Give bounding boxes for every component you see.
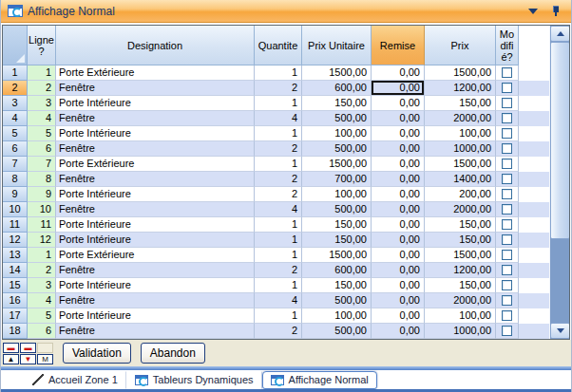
cell-ligne[interactable]: 6 [28, 324, 56, 339]
cell-remise[interactable]: 0,00 [372, 141, 425, 157]
cell-prix[interactable]: 200,00 [425, 187, 496, 202]
cell-designation[interactable]: Fenêtre [56, 141, 255, 157]
row-header[interactable]: 15 [3, 278, 28, 293]
cell-remise[interactable]: 0,00 [372, 217, 425, 233]
modifie-checkbox[interactable] [502, 204, 512, 215]
modifie-checkbox[interactable] [502, 98, 512, 108]
modifie-checkbox[interactable] [502, 295, 512, 306]
row-header[interactable]: 7 [3, 157, 28, 172]
row-header[interactable]: 9 [3, 187, 28, 202]
modifie-checkbox[interactable] [502, 280, 512, 290]
table-delete-row-button[interactable]: ▼ [20, 354, 36, 364]
table-row[interactable]: 18 6 Fenêtre 2 500,00 0,00 1000,00 [3, 324, 569, 339]
row-header[interactable]: 11 [3, 217, 28, 233]
cell-quantite[interactable]: 2 [255, 187, 302, 202]
row-header[interactable]: 18 [3, 324, 28, 339]
column-header[interactable]: Designation [56, 26, 255, 65]
cell-prix-unitaire[interactable]: 1500,00 [302, 157, 372, 172]
cell-quantite[interactable]: 2 [255, 81, 302, 96]
cell-prix-unitaire[interactable]: 1500,00 [302, 65, 372, 81]
row-header[interactable]: 1 [3, 65, 28, 81]
cell-prix[interactable]: 150,00 [425, 233, 496, 248]
cell-quantite[interactable]: 1 [255, 126, 302, 141]
cell-quantite[interactable]: 4 [255, 293, 302, 308]
table-row[interactable]: 16 4 Fenêtre 4 500,00 0,00 2000,00 [3, 293, 569, 308]
row-header[interactable]: 3 [3, 96, 28, 111]
modifie-checkbox[interactable] [502, 159, 512, 169]
cell-quantite[interactable]: 4 [255, 202, 302, 217]
row-header[interactable]: 12 [3, 233, 28, 248]
table-move-up-button[interactable]: ▲ [3, 354, 19, 364]
cell-designation[interactable]: Porte Extérieure [56, 248, 255, 263]
cell-ligne[interactable]: 1 [28, 248, 56, 263]
cell-modifie[interactable] [496, 65, 519, 81]
row-header[interactable]: 10 [3, 202, 28, 217]
abandon-button[interactable]: Abandon [141, 343, 205, 364]
cell-prix-unitaire[interactable]: 500,00 [302, 293, 372, 308]
cell-modifie[interactable] [496, 308, 519, 324]
cell-prix[interactable]: 1500,00 [425, 157, 496, 172]
cell-modifie[interactable] [496, 81, 519, 96]
cell-modifie[interactable] [496, 157, 519, 172]
cell-remise[interactable]: 0,00 [372, 157, 425, 172]
modifie-checkbox[interactable] [502, 326, 512, 336]
cell-ligne[interactable]: 1 [28, 65, 56, 81]
row-header[interactable]: 5 [3, 126, 28, 141]
cell-ligne[interactable]: 5 [28, 308, 56, 324]
cell-designation[interactable]: Fenêtre [56, 81, 255, 96]
cell-modifie[interactable] [496, 202, 519, 217]
row-header[interactable]: 8 [3, 172, 28, 187]
table-row[interactable]: 11 11 Porte Intérieure 1 150,00 0,00 150… [3, 217, 569, 233]
cell-prix[interactable]: 150,00 [425, 217, 496, 233]
table-row[interactable]: 4 4 Fenêtre 4 500,00 0,00 2000,00 [3, 111, 569, 126]
row-header[interactable]: 4 [3, 111, 28, 126]
cell-ligne[interactable]: 3 [28, 96, 56, 111]
cell-modifie[interactable] [496, 187, 519, 202]
cell-prix-unitaire[interactable]: 150,00 [302, 278, 372, 293]
cell-prix-unitaire[interactable]: 100,00 [302, 126, 372, 141]
modifie-checkbox[interactable] [502, 219, 512, 230]
cell-ligne[interactable]: 4 [28, 293, 56, 308]
cell-ligne[interactable]: 7 [28, 157, 56, 172]
cell-prix-unitaire[interactable]: 150,00 [302, 217, 372, 233]
cell-remise[interactable]: 0,00 [372, 126, 425, 141]
cell-remise[interactable]: 0,00 [372, 233, 425, 248]
scroll-up-button[interactable] [550, 26, 570, 42]
cell-prix[interactable]: 2000,00 [425, 111, 496, 126]
cell-prix[interactable]: 2000,00 [425, 202, 496, 217]
row-header[interactable]: 17 [3, 308, 28, 324]
table-add-row-button[interactable]: ▬ [3, 343, 19, 353]
bottom-tab[interactable]: Accueil Zone 1 [24, 371, 126, 389]
cell-prix-unitaire[interactable]: 150,00 [302, 96, 372, 111]
cell-remise[interactable]: 0,00 [372, 202, 425, 217]
cell-designation[interactable]: Porte Intérieure [56, 233, 255, 248]
cell-designation[interactable]: Porte Intérieure [56, 96, 255, 111]
cell-prix[interactable]: 1200,00 [425, 263, 496, 278]
table-row[interactable]: 2 2 Fenêtre 2 600,00 0,00 1200,00 [3, 81, 569, 96]
cell-prix[interactable]: 100,00 [425, 308, 496, 324]
scrollbar-thumb[interactable] [550, 42, 570, 239]
table-row[interactable]: 3 3 Porte Intérieure 1 150,00 0,00 150,0… [3, 96, 569, 111]
cell-modifie[interactable] [496, 293, 519, 308]
column-header[interactable]: Ligne ? [28, 26, 56, 65]
cell-prix-unitaire[interactable]: 150,00 [302, 233, 372, 248]
cell-remise[interactable]: 0,00 [372, 65, 425, 81]
cell-prix-unitaire[interactable]: 1500,00 [302, 248, 372, 263]
table-insert-row-button[interactable]: ▬ [20, 343, 36, 353]
cell-prix[interactable]: 1500,00 [425, 248, 496, 263]
cell-prix-unitaire[interactable]: 500,00 [302, 141, 372, 157]
modifie-checkbox[interactable] [502, 265, 512, 275]
table-row[interactable]: 10 10 Fenêtre 4 500,00 0,00 2000,00 [3, 202, 569, 217]
cell-ligne[interactable]: 9 [28, 187, 56, 202]
table-row[interactable]: 12 12 Porte Intérieure 1 150,00 0,00 150… [3, 233, 569, 248]
table-row[interactable]: 8 8 Fenêtre 2 700,00 0,00 1400,00 [3, 172, 569, 187]
scroll-down-button[interactable] [550, 323, 570, 339]
column-header[interactable]: Prix [425, 26, 496, 65]
cell-prix[interactable]: 150,00 [425, 96, 496, 111]
cell-prix[interactable]: 1400,00 [425, 172, 496, 187]
cell-modifie[interactable] [496, 172, 519, 187]
cell-remise[interactable]: 0,00 [372, 96, 425, 111]
cell-prix-unitaire[interactable]: 700,00 [302, 172, 372, 187]
cell-designation[interactable]: Porte Intérieure [56, 187, 255, 202]
cell-designation[interactable]: Porte Extérieure [56, 65, 255, 81]
